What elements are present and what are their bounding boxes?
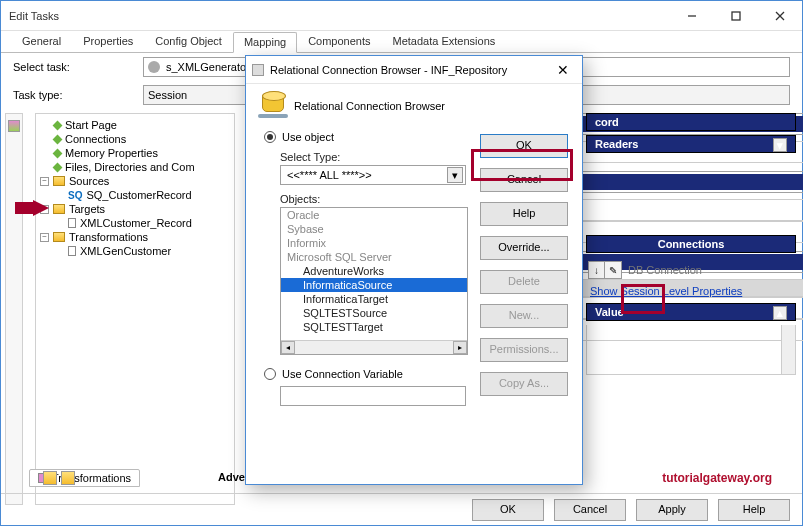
tree-targets[interactable]: −Targets xyxy=(40,202,230,216)
tree-connections[interactable]: Connections xyxy=(40,132,230,146)
list-scrollbar[interactable]: ◂▸ xyxy=(281,340,467,354)
ok-button[interactable]: OK xyxy=(472,499,544,521)
dialog-ok-button[interactable]: OK xyxy=(480,134,568,158)
arrow-down-icon[interactable]: ↓ xyxy=(589,262,605,278)
radio-off-icon xyxy=(264,368,276,380)
page-icon xyxy=(53,120,63,130)
tree-files-dirs[interactable]: Files, Directories and Com xyxy=(40,160,230,174)
minimize-button[interactable] xyxy=(670,2,714,30)
tool-icon[interactable] xyxy=(61,471,75,485)
titlebar: Edit Tasks xyxy=(1,1,802,31)
scroll-left-icon[interactable]: ◂ xyxy=(281,341,295,354)
tree-xml-gen-customer[interactable]: XMLGenCustomer xyxy=(40,244,230,258)
dialog-buttons: OK Cancel Help Override... Delete New...… xyxy=(480,134,568,396)
collapse-icon[interactable]: − xyxy=(40,205,49,214)
edit-tasks-window: Edit Tasks General Properties Config Obj… xyxy=(0,0,803,526)
tree-memory-props[interactable]: Memory Properties xyxy=(40,146,230,160)
page-icon xyxy=(53,162,63,172)
list-item-selected[interactable]: InformaticaSource xyxy=(281,278,467,292)
folder-icon xyxy=(53,232,65,242)
scroll-right-icon[interactable]: ▸ xyxy=(453,341,467,354)
tab-config-object[interactable]: Config Object xyxy=(144,31,233,52)
tree-start-page[interactable]: Start Page xyxy=(40,118,230,132)
scrollbar[interactable] xyxy=(781,325,795,374)
tree-toolbar xyxy=(43,471,75,485)
select-task-value: s_XMLGenerator xyxy=(166,61,250,73)
task-type-value: Session xyxy=(148,89,187,101)
tab-metadata-extensions[interactable]: Metadata Extensions xyxy=(382,31,507,52)
list-item[interactable]: Informix xyxy=(281,236,467,250)
select-task-label: Select task: xyxy=(13,61,143,73)
tree-xml-customer-record[interactable]: XMLCustomer_Record xyxy=(40,216,230,230)
dialog-header-text: Relational Connection Browser xyxy=(294,100,445,112)
right-panel: cord Readers▾ Connections ↓✎ DB Connecti… xyxy=(586,113,796,375)
tool-icon[interactable] xyxy=(43,471,57,485)
task-type-label: Task type: xyxy=(13,89,143,101)
dialog-delete-button[interactable]: Delete xyxy=(480,270,568,294)
tab-properties[interactable]: Properties xyxy=(72,31,144,52)
db-connection-text: DB Connection xyxy=(628,264,702,276)
watermark: tutorialgateway.org xyxy=(662,471,772,485)
tab-mapping[interactable]: Mapping xyxy=(233,32,297,53)
list-item[interactable]: SQLTESTTarget xyxy=(281,320,467,334)
transform-icon xyxy=(68,246,76,256)
maximize-button[interactable] xyxy=(714,2,758,30)
navigator-tree[interactable]: Start Page Connections Memory Properties… xyxy=(35,113,235,505)
target-icon xyxy=(68,218,76,228)
collapse-icon[interactable]: − xyxy=(40,177,49,186)
list-item[interactable]: InformaticaTarget xyxy=(281,292,467,306)
tree-transformations[interactable]: −Transformations xyxy=(40,230,230,244)
list-item[interactable]: SQLTESTSource xyxy=(281,306,467,320)
select-type-dropdown[interactable]: <<**** ALL ****>> ▾ xyxy=(280,165,466,185)
gear-icon xyxy=(148,61,160,73)
database-icon xyxy=(262,94,284,118)
svg-rect-1 xyxy=(732,12,740,20)
tree-sq-customer-record[interactable]: SQSQ_CustomerRecord xyxy=(40,188,230,202)
dialog-copy-button[interactable]: Copy As... xyxy=(480,372,568,396)
tab-components[interactable]: Components xyxy=(297,31,381,52)
page-icon xyxy=(53,134,63,144)
sq-icon: SQ xyxy=(68,190,82,201)
dialog-title: Relational Connection Browser - INF_Repo… xyxy=(270,64,507,76)
session-props-link[interactable]: Show Session Level Properties xyxy=(586,283,746,299)
dialog-close-button[interactable]: ✕ xyxy=(544,62,582,78)
readers-header: Readers▾ xyxy=(586,135,796,153)
connection-edit-icons[interactable]: ↓✎ xyxy=(588,261,622,279)
relational-connection-dialog: Relational Connection Browser - INF_Repo… xyxy=(245,55,583,485)
folder-icon xyxy=(53,176,65,186)
cancel-button[interactable]: Cancel xyxy=(554,499,626,521)
connections-header: Connections xyxy=(586,235,796,253)
list-item[interactable]: Microsoft SQL Server xyxy=(281,250,467,264)
help-button[interactable]: Help xyxy=(718,499,790,521)
apply-button[interactable]: Apply xyxy=(636,499,708,521)
tab-general[interactable]: General xyxy=(11,31,72,52)
objects-list[interactable]: Oracle Sybase Informix Microsoft SQL Ser… xyxy=(280,207,468,355)
list-item[interactable]: Oracle xyxy=(281,208,467,222)
list-item[interactable]: AdventureWorks xyxy=(281,264,467,278)
dialog-new-button[interactable]: New... xyxy=(480,304,568,328)
view-toggle-icon[interactable] xyxy=(8,120,20,132)
chevron-down-icon: ▾ xyxy=(447,167,463,183)
page-icon xyxy=(53,148,63,158)
list-item[interactable]: Sybase xyxy=(281,222,467,236)
window-title: Edit Tasks xyxy=(9,10,670,22)
dialog-titlebar: Relational Connection Browser - INF_Repo… xyxy=(246,56,582,84)
record-header: cord xyxy=(586,113,796,131)
collapse-icon[interactable]: − xyxy=(40,233,49,242)
dialog-override-button[interactable]: Override... xyxy=(480,236,568,260)
app-icon xyxy=(252,64,264,76)
close-button[interactable] xyxy=(758,2,802,30)
folder-icon xyxy=(53,204,65,214)
dialog-cancel-button[interactable]: Cancel xyxy=(480,168,568,192)
pencil-icon[interactable]: ✎ xyxy=(605,262,621,278)
dialog-footer: OK Cancel Apply Help xyxy=(1,493,802,525)
left-toolbar xyxy=(5,113,23,505)
main-tabs: General Properties Config Object Mapping… xyxy=(1,31,802,53)
scroll-up-icon[interactable]: ▴ xyxy=(773,306,787,320)
tree-sources[interactable]: −Sources xyxy=(40,174,230,188)
dialog-permissions-button[interactable]: Permissions... xyxy=(480,338,568,362)
connection-variable-field[interactable] xyxy=(280,386,466,406)
dialog-help-button[interactable]: Help xyxy=(480,202,568,226)
value-header: Value▴ xyxy=(586,303,796,321)
chevron-down-icon[interactable]: ▾ xyxy=(773,138,787,152)
